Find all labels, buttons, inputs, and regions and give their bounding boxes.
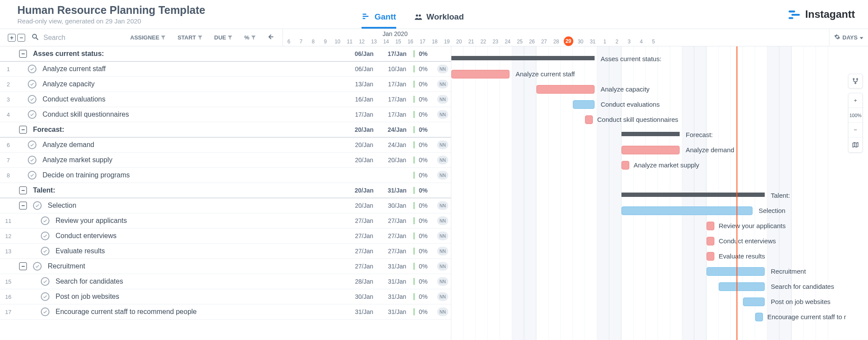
task-row[interactable]: 4Conduct skill questionnaires17/Jan17/Ja…	[0, 107, 451, 122]
group-row[interactable]: −Forecast:20/Jan24/Jan0%	[0, 122, 451, 137]
percent: 0%	[414, 248, 435, 255]
gantt-bar[interactable]	[719, 282, 765, 291]
task-row[interactable]: 11Review your applicants27/Jan27/Jan0%NN	[0, 213, 451, 229]
check-icon[interactable]	[28, 141, 36, 149]
task-row[interactable]: 13Evaluate results27/Jan27/Jan0%NN	[0, 244, 451, 259]
gantt-bar[interactable]	[707, 267, 765, 276]
task-row[interactable]: 1Analyze current staff06/Jan10/Jan0%NN	[0, 62, 451, 77]
day-cell: 10	[332, 39, 344, 45]
assignee-badge[interactable]: NN	[437, 110, 448, 119]
gantt-bar[interactable]	[585, 115, 593, 124]
gantt-bar-label: Review your applicants	[719, 222, 786, 229]
assignee-badge[interactable]: NN	[437, 247, 448, 255]
start-date: 16/Jan	[348, 96, 381, 103]
search-icon[interactable]	[31, 33, 39, 42]
assignee-badge[interactable]: NN	[437, 307, 448, 316]
col-due[interactable]: DUE	[214, 34, 232, 41]
search-input[interactable]	[43, 34, 130, 42]
collapse-toggle[interactable]: −	[19, 262, 27, 270]
assignee-badge[interactable]: NN	[437, 141, 448, 149]
task-row[interactable]: 17Encourage current staff to recommend p…	[0, 304, 451, 320]
group-row[interactable]: −Asses current status:06/Jan17/Jan0%	[0, 46, 451, 62]
gantt-bar[interactable]	[707, 222, 714, 230]
tab-workload[interactable]: Workload	[414, 12, 464, 29]
zoom-in-button[interactable]: +	[848, 93, 862, 108]
check-icon[interactable]	[41, 277, 49, 286]
task-row[interactable]: −Recruitment27/Jan31/Jan0%NN	[0, 259, 451, 274]
check-icon[interactable]	[28, 65, 36, 73]
check-icon[interactable]	[33, 262, 42, 271]
assignee-badge[interactable]: NN	[437, 95, 448, 104]
collapse-all-button[interactable]: −	[17, 34, 25, 42]
assignee-badge[interactable]: NN	[437, 216, 448, 225]
task-row[interactable]: 16Post on job websites30/Jan31/Jan0%NN	[0, 289, 451, 304]
col-assignee[interactable]: ASSIGNEE	[130, 34, 165, 41]
expand-all-button[interactable]: +	[8, 34, 16, 42]
assignee-badge[interactable]: NN	[437, 277, 448, 286]
task-row[interactable]: 6Analyze demand20/Jan24/Jan0%NN	[0, 137, 451, 153]
collapse-toggle[interactable]: −	[19, 126, 27, 134]
gantt-bar[interactable]	[573, 100, 595, 109]
task-row[interactable]: 3Conduct evaluations16/Jan17/Jan0%NN	[0, 92, 451, 107]
check-icon[interactable]	[33, 201, 42, 210]
assignee-badge[interactable]: NN	[437, 201, 448, 210]
gantt-bar[interactable]	[621, 193, 765, 197]
check-icon[interactable]	[41, 216, 49, 225]
branch-button[interactable]	[848, 74, 863, 88]
task-row[interactable]: 7Analyze market supply20/Jan20/Jan0%NN	[0, 153, 451, 168]
tab-gantt-label: Gantt	[375, 12, 396, 22]
assignee-badge[interactable]: NN	[437, 292, 448, 301]
check-icon[interactable]	[28, 80, 36, 88]
assignee-badge[interactable]: NN	[437, 80, 448, 88]
assignee-badge[interactable]: NN	[437, 65, 448, 73]
check-icon[interactable]	[28, 156, 36, 164]
collapse-toggle[interactable]: −	[19, 186, 27, 194]
check-icon[interactable]	[41, 292, 49, 301]
task-row[interactable]: 8Decide on training programs0%NN	[0, 168, 451, 183]
tab-gantt[interactable]: Gantt	[362, 12, 396, 29]
task-row[interactable]: 15Search for candidates28/Jan31/Jan0%NN	[0, 274, 451, 289]
task-row[interactable]: 12Conduct enterviews27/Jan27/Jan0%NN	[0, 229, 451, 244]
col-percent[interactable]: %	[244, 34, 256, 41]
check-icon[interactable]	[28, 110, 36, 119]
check-icon[interactable]	[41, 307, 49, 316]
assignee-badge[interactable]: NN	[437, 232, 448, 240]
gantt-bar[interactable]	[707, 252, 714, 261]
group-row[interactable]: −Talent:20/Jan31/Jan0%	[0, 183, 451, 198]
gantt-bar[interactable]	[621, 161, 629, 170]
collapse-toggle[interactable]: −	[19, 202, 27, 209]
col-start[interactable]: START	[178, 34, 202, 41]
start-date: 27/Jan	[348, 232, 381, 239]
check-icon[interactable]	[28, 171, 36, 180]
check-icon[interactable]	[41, 247, 49, 255]
gantt-bar[interactable]	[621, 132, 680, 136]
back-arrow-icon[interactable]	[266, 33, 275, 42]
gantt-bar[interactable]	[621, 146, 680, 154]
task-row[interactable]: 2Analyze capacity13/Jan17/Jan0%NN	[0, 77, 451, 92]
gantt-bar[interactable]	[707, 237, 714, 245]
gantt-bar[interactable]	[755, 313, 763, 321]
collapse-toggle[interactable]: −	[19, 50, 27, 58]
scale-selector[interactable]: DAYS	[829, 29, 868, 46]
gantt-bar[interactable]	[743, 298, 765, 306]
zoom-out-button[interactable]: −	[848, 123, 862, 137]
gantt-panel[interactable]: Asses current status:Analyze current sta…	[451, 46, 868, 340]
gantt-row: Search for candidates	[451, 279, 868, 294]
task-name: Conduct evaluations	[43, 95, 348, 103]
gantt-bar[interactable]	[451, 70, 510, 78]
svg-point-12	[855, 82, 856, 84]
start-date: 27/Jan	[348, 217, 381, 224]
assignee-badge[interactable]: NN	[437, 262, 448, 271]
check-icon[interactable]	[41, 232, 49, 240]
assignee-badge[interactable]: NN	[437, 171, 448, 180]
minimap-button[interactable]	[848, 137, 862, 152]
assignee-badge[interactable]: NN	[437, 156, 448, 164]
row-number: 8	[0, 172, 16, 179]
check-icon[interactable]	[28, 95, 36, 104]
gantt-bar[interactable]	[451, 56, 595, 60]
task-row[interactable]: −Selection20/Jan30/Jan0%NN	[0, 198, 451, 213]
gantt-bar[interactable]	[621, 206, 753, 215]
tab-workload-label: Workload	[427, 12, 464, 22]
gantt-bar[interactable]	[536, 85, 595, 94]
row-number: 17	[0, 309, 16, 315]
